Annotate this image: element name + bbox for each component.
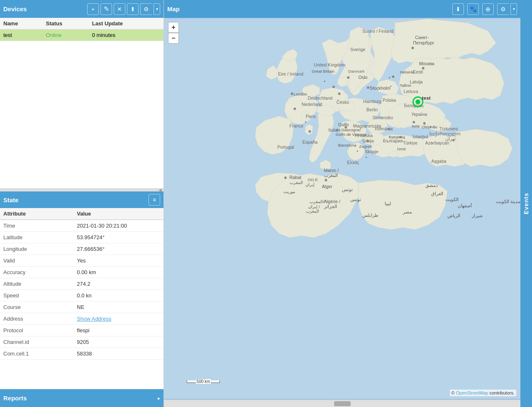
svg-text:الكويت: الكويت <box>445 197 459 202</box>
add-device-button[interactable]: + <box>87 3 99 15</box>
state-row-address: Address Show Address <box>0 313 164 325</box>
svg-text:Paris: Paris <box>306 114 316 119</box>
svg-text:•: • <box>366 155 367 159</box>
svg-text:Санкт-: Санкт- <box>415 35 429 40</box>
events-sidebar[interactable]: Events <box>520 0 532 407</box>
svg-point-95 <box>332 86 335 88</box>
edit-device-button[interactable]: ✎ <box>100 3 112 15</box>
delete-device-button[interactable]: ✕ <box>114 3 125 15</box>
svg-point-97 <box>293 108 296 110</box>
show-address-link[interactable]: Show Address <box>77 316 111 322</box>
svg-text:المغرب: المغرب <box>324 173 338 178</box>
crosshair-button[interactable]: ⊕ <box>482 3 494 15</box>
reports-panel[interactable]: Reports ▸ <box>0 389 164 407</box>
svg-text:United Kingdom: United Kingdom <box>314 62 345 67</box>
devices-header: Devices + ✎ ✕ ⬆ ⚙ ▾ <box>0 0 164 18</box>
svg-text:Букурещ: Букурещ <box>389 135 405 139</box>
state-row-latitude: Latitude 53.954724° <box>0 232 164 243</box>
svg-text:Türkmeni: Türkmeni <box>439 126 458 131</box>
state-row-com-cell: Com.cell.1 58338 <box>0 348 164 360</box>
svg-text:Rabat: Rabat <box>290 175 302 180</box>
svg-text:Москва: Москва <box>419 61 434 66</box>
svg-text:Sverige: Sverige <box>350 47 365 52</box>
svg-point-94 <box>423 122 426 125</box>
svg-text:•: • <box>389 75 390 80</box>
map-scroll-bar[interactable] <box>164 400 520 407</box>
svg-text:Barcelona: Barcelona <box>338 143 356 147</box>
svg-text:الرياض: الرياض <box>447 213 460 218</box>
svg-text:España: España <box>303 140 317 145</box>
svg-text:•: • <box>305 120 307 124</box>
gear-button[interactable]: ⚙ <box>140 3 152 15</box>
svg-text:Oslo: Oslo <box>359 75 368 80</box>
attr-protocol: Protocol <box>0 325 73 336</box>
scale-label: 500 km <box>196 379 211 384</box>
val-longitude: 27.666536° <box>73 243 164 255</box>
svg-text:Deutschland: Deutschland <box>308 96 333 101</box>
svg-text:Suomi / Finland: Suomi / Finland <box>362 29 393 34</box>
svg-text:İstanbul: İstanbul <box>412 134 428 139</box>
state-table-container[interactable]: Attribute Value Time 2021-01-30 20:21:00… <box>0 208 164 389</box>
download-map-button[interactable]: ⬇ <box>452 3 464 15</box>
svg-point-86 <box>291 93 293 95</box>
map-gear-button[interactable]: ⚙ <box>497 3 509 15</box>
svg-text:test: test <box>422 95 431 101</box>
svg-text:Česko: Česko <box>337 100 349 105</box>
state-row-valid: Valid Yes <box>0 255 164 267</box>
state-row-longitude: Longitude 27.666536° <box>0 243 164 255</box>
state-row-protocol: Protocol flespi <box>0 325 164 336</box>
svg-text:Aşgaba: Aşgaba <box>431 159 446 164</box>
svg-text:Türkiye: Türkiye <box>403 140 417 145</box>
svg-point-99 <box>344 126 347 129</box>
svg-text:Hamburg: Hamburg <box>363 99 381 104</box>
zoom-in-button[interactable]: + <box>168 22 179 33</box>
zoom-out-button[interactable]: − <box>168 33 179 44</box>
attr-course: Course <box>0 302 73 313</box>
devices-title: Devices <box>3 5 85 12</box>
map-svg: Suomi / Finland Sverige Санкт- Петербург… <box>164 18 520 400</box>
svg-point-96 <box>338 93 341 95</box>
state-menu-button[interactable]: ≡ <box>149 194 160 206</box>
svg-text:Éire / Ireland: Éire / Ireland <box>278 71 303 76</box>
map-gear-arrow-button[interactable]: ▾ <box>510 3 517 15</box>
svg-text:المغرب/: المغرب/ <box>310 199 324 204</box>
paw-button[interactable]: 🐾 <box>467 3 479 15</box>
state-table: Attribute Value Time 2021-01-30 20:21:00… <box>0 208 164 360</box>
svg-text:Berlin: Berlin <box>366 107 378 112</box>
upload-device-button[interactable]: ⬆ <box>127 3 139 15</box>
val-channel-id: 9205 <box>73 336 164 348</box>
state-col-attribute: Attribute <box>0 208 73 220</box>
gear-arrow-button[interactable]: ▾ <box>154 3 160 15</box>
device-row[interactable]: test Online 0 minutes <box>0 29 164 41</box>
val-altitude: 274.2 <box>73 278 164 290</box>
attribution-suffix: contributors. <box>488 390 515 395</box>
svg-text:Maroc /: Maroc / <box>324 168 339 173</box>
svg-text:•: • <box>324 79 326 83</box>
svg-point-88 <box>347 76 349 79</box>
resize-handle[interactable]: ◀ <box>0 188 164 191</box>
svg-text:Magyarország: Magyarország <box>353 123 381 128</box>
map-zoom-controls: + − <box>168 22 179 44</box>
svg-point-91 <box>411 47 414 49</box>
val-speed: 0.0 kn <box>73 290 164 302</box>
svg-text:Danmark: Danmark <box>348 69 365 74</box>
svg-text:•: • <box>357 149 359 153</box>
svg-text:تونس: تونس <box>342 187 353 192</box>
svg-text:OO.E: OO.E <box>308 177 318 182</box>
svg-text:İzmir: İzmir <box>397 147 406 151</box>
map-container[interactable]: Suomi / Finland Sverige Санкт- Петербург… <box>164 18 520 400</box>
map-scale: 500 km <box>187 380 220 383</box>
svg-text:Hrvatska: Hrvatska <box>355 133 373 138</box>
svg-text:Lietuva: Lietuva <box>404 89 418 94</box>
val-protocol: flespi <box>73 325 164 336</box>
svg-point-104 <box>325 179 327 181</box>
scroll-thumb <box>334 401 351 406</box>
svg-text:Zagreb: Zagreb <box>359 144 372 149</box>
state-panel: State ≡ Attribute Value Time 2021-01-30 … <box>0 191 164 389</box>
state-row-altitude: Altitude 274.2 <box>0 278 164 290</box>
svg-text:Eesti: Eesti <box>413 69 423 74</box>
map-attribution: © OpenStreetMap contributors. <box>450 390 516 396</box>
svg-text:العراق: العراق <box>431 191 443 196</box>
openstreetmap-link[interactable]: OpenStreetMap <box>456 390 488 395</box>
map-area: Map ⬇ 🐾 ⊕ ⚙ ▾ <box>164 0 520 407</box>
